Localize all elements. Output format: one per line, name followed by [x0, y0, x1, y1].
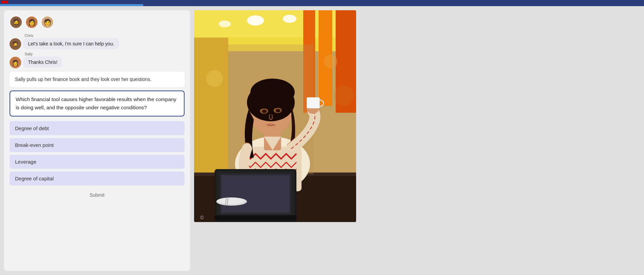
top-bar-red-indicator [1, 1, 8, 3]
chris-avatar: 🧔 [10, 16, 23, 29]
sally-avatar: 👩 [25, 16, 38, 29]
top-bar [0, 0, 644, 6]
question-box: Which financial tool causes higher favor… [10, 91, 185, 116]
svg-point-22 [262, 110, 267, 113]
answer-breakeven-button[interactable]: Break-even point [10, 138, 185, 152]
avatar-row: 🧔 👩 🧑 [10, 16, 185, 29]
svg-point-3 [247, 15, 264, 26]
chris-small-avatar: 🧔 [10, 38, 21, 50]
submit-area: Submit [10, 190, 185, 200]
answer-leverage-button[interactable]: Leverage [10, 155, 185, 169]
answer-leverage-label: Leverage [15, 159, 36, 165]
svg-point-36 [206, 70, 223, 87]
answer-breakeven-label: Break-even point [15, 142, 54, 148]
svg-rect-30 [221, 175, 290, 213]
sally-chat-row: 👩 Thanks Chris! [10, 57, 185, 68]
sally-small-avatar: 👩 [10, 57, 21, 68]
svg-text:©: © [200, 215, 204, 220]
narrative-text: Sally pulls up her finance book and they… [15, 77, 151, 82]
answer-choices: Degree of debt Break-even point Leverage… [10, 121, 185, 185]
answer-debt-button[interactable]: Degree of debt [10, 121, 185, 135]
sally-message-block: Sally 👩 Thanks Chris! [10, 52, 185, 68]
answer-capital-label: Degree of capital [15, 176, 54, 181]
sally-name-label: Sally [25, 52, 185, 56]
svg-point-23 [276, 109, 280, 112]
answer-capital-button[interactable]: Degree of capital [10, 171, 185, 185]
other-avatar: 🧑 [41, 16, 54, 29]
scene-image: © [194, 10, 356, 222]
svg-rect-26 [307, 98, 319, 108]
progress-bar [0, 4, 143, 6]
answer-debt-label: Degree of debt [15, 125, 49, 131]
svg-point-38 [334, 85, 354, 106]
chris-message-block: Chris 🧔 Let's take a look, I'm sure I ca… [10, 33, 185, 50]
svg-point-33 [217, 197, 245, 204]
chat-area: Chris 🧔 Let's take a look, I'm sure I ca… [10, 33, 185, 68]
chris-chat-row: 🧔 Let's take a look, I'm sure I can help… [10, 38, 185, 50]
svg-point-19 [250, 79, 295, 106]
svg-point-5 [219, 20, 231, 27]
left-panel: 🧔 👩 🧑 Chris 🧔 Let's take a look, I'm sur… [4, 10, 190, 271]
question-text: Which financial tool causes higher favor… [16, 96, 176, 110]
sally-bubble: Thanks Chris! [23, 57, 62, 68]
main-container: 🧔 👩 🧑 Chris 🧔 Let's take a look, I'm sur… [0, 6, 644, 275]
scene-svg: © [194, 10, 356, 222]
right-panel: © [190, 10, 640, 271]
chris-name-label: Chris [25, 33, 185, 38]
narrative-box: Sally pulls up her finance book and they… [10, 72, 185, 87]
svg-point-37 [324, 55, 337, 68]
svg-point-4 [283, 15, 296, 23]
svg-rect-31 [215, 215, 296, 220]
submit-button[interactable]: Submit [83, 190, 112, 200]
chris-bubble: Let's take a look, I'm sure I can help y… [23, 38, 119, 49]
